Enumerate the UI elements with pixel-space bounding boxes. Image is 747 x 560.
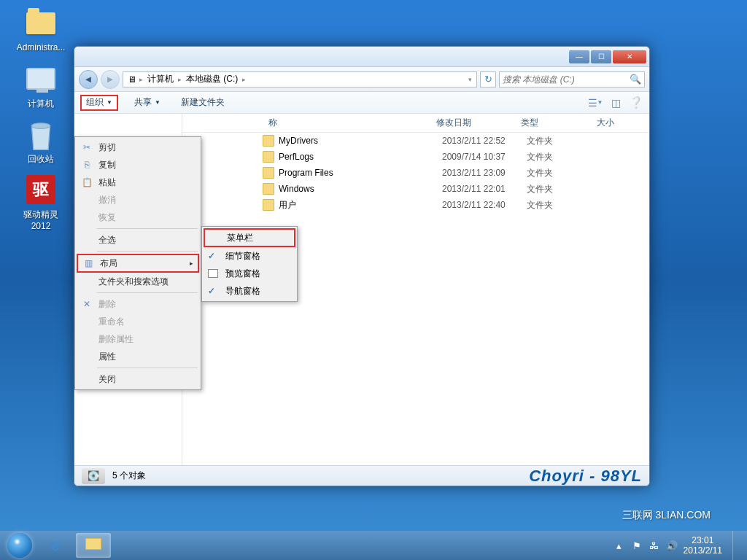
refresh-button[interactable]: ↻ bbox=[480, 71, 496, 88]
column-date[interactable]: 修改日期 bbox=[430, 114, 515, 132]
file-type: 文件夹 bbox=[527, 151, 603, 163]
maximize-button[interactable]: ☐ bbox=[591, 50, 611, 63]
file-row[interactable]: Windows2013/2/11 22:01文件夹 bbox=[263, 181, 649, 197]
organize-button[interactable]: 组织 ▼ bbox=[80, 95, 118, 111]
toolbar: 组织 ▼ 共享 ▼ 新建文件夹 ☰▼ ◫ ❔ bbox=[74, 92, 649, 114]
cut-icon: ✂ bbox=[81, 142, 93, 152]
menu-rename[interactable]: 重命名 bbox=[77, 313, 199, 330]
column-size[interactable]: 大小 bbox=[591, 114, 649, 132]
file-name: Windows bbox=[279, 184, 442, 194]
folder-user-icon bbox=[23, 6, 58, 41]
menu-properties[interactable]: 属性 bbox=[77, 348, 199, 365]
crumb-drive[interactable]: 本地磁盘 (C:) bbox=[183, 73, 241, 85]
start-button[interactable] bbox=[4, 532, 35, 559]
minimize-button[interactable]: — bbox=[569, 50, 589, 63]
menu-separator bbox=[97, 251, 198, 252]
desktop-icon-computer[interactable]: 计算机 bbox=[13, 61, 69, 110]
status-text: 5 个对象 bbox=[112, 470, 146, 482]
desktop-icon-label: 计算机 bbox=[13, 98, 69, 110]
action-center-icon[interactable]: ⚑ bbox=[631, 540, 643, 551]
chevron-down-icon[interactable]: ▾ bbox=[467, 76, 473, 83]
breadcrumb[interactable]: 🖥 ▸ 计算机 ▸ 本地磁盘 (C:) ▸ ▾ bbox=[123, 71, 477, 88]
menu-paste[interactable]: 📋粘贴 bbox=[77, 174, 199, 191]
file-type: 文件夹 bbox=[527, 199, 603, 211]
watermark-text: Choyri - 98YL bbox=[529, 467, 642, 486]
help-button[interactable]: ❔ bbox=[629, 96, 643, 110]
menu-undo[interactable]: 撤消 bbox=[77, 191, 199, 209]
share-button[interactable]: 共享 ▼ bbox=[130, 95, 165, 111]
menu-select-all[interactable]: 全选 bbox=[77, 231, 199, 249]
search-icon[interactable]: 🔍 bbox=[630, 74, 641, 85]
show-desktop-button[interactable] bbox=[732, 531, 740, 560]
forward-button[interactable]: ► bbox=[101, 70, 120, 89]
desktop-icon-label: 驱动精灵 2012 bbox=[13, 209, 69, 231]
folder-icon bbox=[263, 135, 274, 147]
column-headers[interactable]: 称 修改日期 类型 大小 bbox=[182, 114, 649, 133]
menu-layout[interactable]: ▥布局▸ bbox=[77, 254, 199, 273]
recycle-bin-icon bbox=[23, 117, 58, 152]
chevron-down-icon: ▼ bbox=[107, 99, 112, 106]
desktop-icon-recycle-bin[interactable]: 回收站 bbox=[13, 117, 69, 166]
view-options-button[interactable]: ☰▼ bbox=[588, 96, 603, 110]
file-row[interactable]: Program Files2013/2/11 23:09文件夹 bbox=[263, 165, 649, 181]
menu-folder-options[interactable]: 文件夹和搜索选项 bbox=[77, 273, 199, 290]
nav-bar: ◄ ► 🖥 ▸ 计算机 ▸ 本地磁盘 (C:) ▸ ▾ ↻ 🔍 bbox=[74, 67, 649, 92]
driver-genius-icon: 驱 bbox=[23, 172, 58, 207]
file-rows: MyDrivers2013/2/11 22:52文件夹PerfLogs2009/… bbox=[182, 133, 649, 213]
file-date: 2013/2/11 22:40 bbox=[442, 200, 527, 210]
menu-separator bbox=[97, 292, 198, 293]
column-name[interactable]: 称 bbox=[263, 114, 430, 132]
file-name: PerfLogs bbox=[279, 152, 442, 162]
file-row[interactable]: 用户2013/2/11 22:40文件夹 bbox=[263, 197, 649, 213]
close-button[interactable]: ✕ bbox=[613, 50, 646, 63]
chevron-right-icon: ▸ bbox=[190, 260, 193, 267]
submenu-preview-pane[interactable]: 预览窗格 bbox=[204, 265, 295, 282]
menu-redo[interactable]: 恢复 bbox=[77, 209, 199, 226]
pane-icon bbox=[208, 269, 218, 278]
desktop-icon-administrator[interactable]: Administra... bbox=[13, 6, 69, 52]
submenu-menubar[interactable]: 菜单栏 bbox=[204, 228, 295, 247]
menu-separator bbox=[97, 368, 198, 368]
submenu-navigation-pane[interactable]: ✓导航窗格 bbox=[204, 282, 295, 300]
svg-point-0 bbox=[31, 123, 50, 129]
file-type: 文件夹 bbox=[527, 135, 603, 147]
folder-icon bbox=[85, 538, 101, 553]
desktop-icon-label: 回收站 bbox=[13, 153, 69, 166]
desktop-icon-driver-genius[interactable]: 驱 驱动精灵 2012 bbox=[13, 172, 69, 231]
menu-delete[interactable]: ✕删除 bbox=[77, 295, 199, 313]
back-button[interactable]: ◄ bbox=[79, 70, 98, 89]
organize-menu: ✂剪切 ⎘复制 📋粘贴 撤消 恢复 全选 ▥布局▸ 文件夹和搜索选项 ✕删除 重… bbox=[74, 136, 201, 390]
volume-icon[interactable]: 🔊 bbox=[666, 540, 678, 551]
search-box[interactable]: 🔍 bbox=[499, 71, 645, 88]
column-type[interactable]: 类型 bbox=[515, 114, 591, 132]
file-type: 文件夹 bbox=[527, 183, 603, 195]
menu-separator bbox=[97, 228, 198, 229]
taskbar-explorer[interactable] bbox=[76, 533, 111, 558]
file-type: 文件夹 bbox=[527, 167, 603, 179]
menu-close[interactable]: 关闭 bbox=[77, 370, 199, 388]
explorer-window: — ☐ ✕ ◄ ► 🖥 ▸ 计算机 ▸ 本地磁盘 (C:) ▸ ▾ ↻ 🔍 组织… bbox=[74, 46, 650, 486]
chevron-right-icon: ▸ bbox=[241, 76, 247, 83]
taskbar-ie[interactable]: e bbox=[38, 533, 73, 558]
content-area: 🖧 网络 称 修改日期 类型 大小 MyDrivers2013/2/11 22:… bbox=[74, 114, 649, 465]
file-row[interactable]: MyDrivers2013/2/11 22:52文件夹 bbox=[263, 133, 649, 149]
file-date: 2013/2/11 22:52 bbox=[442, 136, 527, 146]
taskbar-clock[interactable]: 23:01 2013/2/11 bbox=[684, 535, 722, 556]
menu-remove-properties[interactable]: 删除属性 bbox=[77, 330, 199, 348]
file-name: 用户 bbox=[279, 199, 442, 211]
chevron-down-icon: ▼ bbox=[155, 99, 160, 106]
new-folder-button[interactable]: 新建文件夹 bbox=[177, 95, 229, 111]
menu-copy[interactable]: ⎘复制 bbox=[77, 156, 199, 174]
titlebar[interactable]: — ☐ ✕ bbox=[74, 47, 649, 67]
folder-icon bbox=[263, 183, 274, 195]
submenu-details-pane[interactable]: ✓细节窗格 bbox=[204, 247, 295, 265]
crumb-computer[interactable]: 计算机 bbox=[144, 73, 177, 85]
preview-pane-button[interactable]: ◫ bbox=[608, 96, 623, 110]
attribution-text: 三联网 3LIAN.COM bbox=[622, 509, 711, 522]
file-row[interactable]: PerfLogs2009/7/14 10:37文件夹 bbox=[263, 149, 649, 165]
file-name: Program Files bbox=[279, 168, 442, 178]
search-input[interactable] bbox=[503, 74, 630, 85]
menu-cut[interactable]: ✂剪切 bbox=[77, 139, 199, 156]
tray-expand-button[interactable]: ▴ bbox=[614, 540, 625, 551]
network-tray-icon[interactable]: 🖧 bbox=[649, 540, 660, 551]
